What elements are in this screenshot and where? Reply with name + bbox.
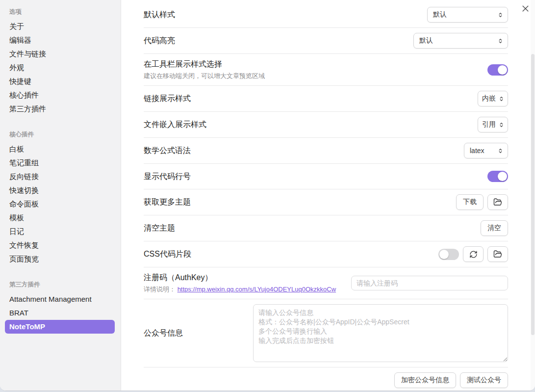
math-syntax-select[interactable]: latex (464, 143, 508, 158)
sidebar-item-notetomp[interactable]: NoteToMP (5, 320, 115, 334)
toggle-knob (439, 250, 449, 259)
select-value: latex (470, 147, 484, 155)
setting-label: 文件嵌入展示样式 (144, 119, 478, 130)
setting-description: 详情说明： https://mp.weixin.qq.com/s/LYujo4O… (144, 285, 351, 294)
select-value: 默认 (419, 36, 433, 45)
setting-row-line-number: 显示代码行号 (144, 164, 508, 189)
scrollbar-thumb[interactable] (531, 54, 535, 335)
open-theme-folder-button[interactable] (487, 194, 508, 210)
sidebar-item-page-preview[interactable]: 页面预览 (5, 252, 115, 266)
settings-sidebar: 选项 关于 编辑器 文件与链接 外观 快捷键 核心插件 第三方插件 核心插件 白… (0, 0, 121, 391)
sidebar-item-note-composer[interactable]: 笔记重组 (5, 156, 115, 170)
settings-dialog: 选项 关于 编辑器 文件与链接 外观 快捷键 核心插件 第三方插件 核心插件 白… (0, 0, 535, 391)
sidebar-item-canvas[interactable]: 白板 (5, 142, 115, 156)
authkey-doc-prefix: 详情说明： (144, 286, 176, 293)
refresh-icon (469, 250, 478, 259)
setting-label: 显示代码行号 (144, 171, 487, 182)
css-snippet-toggle[interactable] (438, 249, 459, 260)
setting-row-math-syntax: 数学公式语法 latex (144, 138, 508, 164)
setting-row-css-snippet: CSS代码片段 (144, 241, 508, 267)
setting-row-more-themes: 获取更多主题 下载 (144, 189, 508, 215)
chevrons-up-down-icon (499, 122, 504, 128)
test-mp-button[interactable]: 测试公众号 (460, 372, 508, 388)
select-value: 引用 (482, 120, 496, 129)
setting-row-embed-style: 文件嵌入展示样式 引用 (144, 112, 508, 138)
sidebar-item-core-plugins[interactable]: 核心插件 (5, 88, 115, 102)
sidebar-item-quick-switcher[interactable]: 快速切换 (5, 183, 115, 197)
sidebar-item-attachment-management[interactable]: Attachment Management (5, 292, 115, 306)
mp-actions-row: 加密公众号信息 测试公众号 (144, 367, 508, 391)
setting-label: 公众号信息 (144, 328, 253, 339)
setting-label: 数学公式语法 (144, 145, 464, 156)
sidebar-item-editor[interactable]: 编辑器 (5, 33, 115, 47)
setting-row-authkey: 注册码（AuthKey） 详情说明： https://mp.weixin.qq.… (144, 267, 508, 299)
sidebar-section-header: 第三方插件 (5, 278, 115, 292)
sidebar-section-options: 选项 关于 编辑器 文件与链接 外观 快捷键 核心插件 第三方插件 (5, 5, 115, 116)
close-button[interactable] (520, 3, 531, 14)
download-theme-button[interactable]: 下载 (456, 194, 484, 210)
code-highlight-select[interactable]: 默认 (413, 33, 508, 49)
setting-label: 链接展示样式 (144, 93, 478, 104)
folder-open-icon (493, 198, 502, 207)
authkey-input[interactable] (351, 276, 508, 290)
setting-label: 获取更多主题 (144, 197, 456, 208)
authkey-doc-link[interactable]: https://mp.weixin.qq.com/s/LYujo4ODEYLuq… (178, 286, 336, 293)
mp-info-textarea[interactable] (253, 304, 508, 362)
setting-label: 默认样式 (144, 9, 427, 20)
sidebar-item-brat[interactable]: BRAT (5, 306, 115, 320)
refresh-css-button[interactable] (463, 246, 484, 262)
setting-label: CSS代码片段 (144, 249, 438, 260)
sidebar-section-header: 选项 (5, 5, 115, 20)
settings-panel: 默认样式 默认 代码高亮 默认 在工具栏展示样式选择 建议在移动端关闭，可以增大… (121, 0, 535, 391)
sidebar-item-file-recovery[interactable]: 文件恢复 (5, 238, 115, 252)
chevrons-up-down-icon (498, 12, 503, 18)
sidebar-section-core-plugins: 核心插件 白板 笔记重组 反向链接 快速切换 命令面板 模板 日记 文件恢复 页… (5, 128, 115, 266)
setting-label: 代码高亮 (144, 35, 413, 46)
select-value: 内嵌 (482, 94, 496, 103)
close-icon (521, 4, 530, 13)
link-style-select[interactable]: 内嵌 (478, 91, 508, 106)
open-css-folder-button[interactable] (487, 246, 508, 262)
toggle-knob (498, 65, 507, 75)
sidebar-item-command-palette[interactable]: 命令面板 (5, 197, 115, 211)
sidebar-section-community-plugins: 第三方插件 Attachment Management BRAT NoteToM… (5, 278, 115, 334)
sidebar-item-files-links[interactable]: 文件与链接 (5, 47, 115, 61)
setting-label: 清空主题 (144, 223, 481, 234)
chevrons-up-down-icon (498, 148, 503, 154)
folder-open-icon (493, 250, 502, 259)
select-value: 默认 (433, 10, 447, 19)
sidebar-item-backlinks[interactable]: 反向链接 (5, 170, 115, 183)
setting-row-toolbar-style: 在工具栏展示样式选择 建议在移动端关闭，可以增大文章预览区域 (144, 54, 508, 86)
chevrons-up-down-icon (499, 96, 504, 102)
scrollbar[interactable] (531, 0, 535, 391)
setting-description: 建议在移动端关闭，可以增大文章预览区域 (144, 72, 487, 80)
setting-label: 注册码（AuthKey） (144, 272, 351, 283)
sidebar-item-community-plugins[interactable]: 第三方插件 (5, 102, 115, 116)
encrypt-mp-info-button[interactable]: 加密公众号信息 (394, 372, 456, 388)
sidebar-item-daily-notes[interactable]: 日记 (5, 225, 115, 238)
setting-row-link-style: 链接展示样式 内嵌 (144, 86, 508, 112)
embed-style-select[interactable]: 引用 (478, 117, 508, 132)
sidebar-item-hotkeys[interactable]: 快捷键 (5, 75, 115, 88)
line-number-toggle[interactable] (487, 171, 508, 182)
sidebar-item-templates[interactable]: 模板 (5, 211, 115, 225)
default-style-select[interactable]: 默认 (427, 7, 508, 23)
clear-theme-button[interactable]: 清空 (481, 220, 508, 236)
setting-row-code-highlight: 代码高亮 默认 (144, 28, 508, 54)
toolbar-style-toggle[interactable] (487, 64, 508, 76)
sidebar-item-appearance[interactable]: 外观 (5, 61, 115, 75)
toggle-knob (498, 172, 507, 181)
setting-row-clear-theme: 清空主题 清空 (144, 215, 508, 241)
setting-label: 在工具栏展示样式选择 (144, 59, 487, 70)
setting-row-default-style: 默认样式 默认 (144, 2, 508, 28)
sidebar-item-about[interactable]: 关于 (5, 20, 115, 33)
sidebar-section-header: 核心插件 (5, 128, 115, 142)
chevrons-up-down-icon (498, 38, 503, 44)
setting-row-mp-info: 公众号信息 (144, 299, 508, 367)
